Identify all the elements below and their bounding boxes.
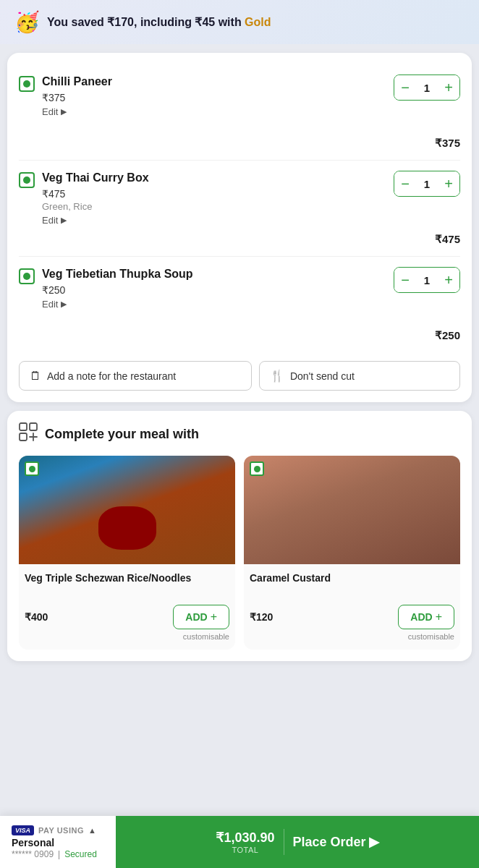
- cutlery-icon: 🍴: [270, 369, 284, 383]
- item-info-1: Chilli Paneer ₹375 Edit ▶: [42, 75, 388, 117]
- food-image-2: [244, 456, 460, 564]
- order-total-section: ₹1,030.90 TOTAL: [216, 830, 274, 854]
- complete-meal-card: Complete your meal with Veg Triple Schez…: [7, 411, 472, 661]
- savings-emoji: 🥳: [14, 10, 40, 34]
- order-divider: [284, 829, 284, 855]
- item-right-1: − 1 + ₹375: [394, 75, 460, 150]
- card-number: ****** 0909: [12, 849, 54, 859]
- customisable-label-2: customisable: [250, 632, 454, 641]
- item-info-2: Veg Thai Curry Box ₹475 Green, Rice Edit…: [42, 171, 388, 226]
- pay-section: VISA PAY USING ▲ Personal ****** 0909 | …: [0, 816, 116, 868]
- meal-item-2: Caramel Custard ₹120 ADD + customisable: [244, 456, 460, 650]
- meal-item-body-1: Veg Triple Schezwan Rice/Noodles ₹400 AD…: [19, 564, 235, 650]
- place-order-inner: ₹1,030.90 TOTAL Place Order ▶: [216, 829, 378, 855]
- item-right-3: − 1 + ₹250: [394, 267, 460, 342]
- item-name-3: Veg Tiebetian Thupka Soup: [42, 267, 388, 282]
- meal-item-price-2: ₹120: [250, 611, 273, 623]
- cart-item-3: Veg Tiebetian Thupka Soup ₹250 Edit ▶ − …: [19, 257, 460, 352]
- place-order-label: Place Order ▶: [293, 834, 379, 850]
- item-variant-2: Green, Rice: [42, 201, 388, 212]
- meal-veg-badge-2: [250, 461, 264, 476]
- item-price-2: ₹475: [42, 188, 388, 200]
- complete-meal-icon: [19, 422, 38, 446]
- card-separator: |: [58, 849, 60, 859]
- add-note-button[interactable]: 🗒 Add a note for the restaurant: [19, 361, 252, 391]
- item-name-1: Chilli Paneer: [42, 75, 388, 90]
- meal-item-price-1: ₹400: [25, 611, 48, 623]
- meal-item-img-1: [19, 456, 235, 564]
- item-right-2: − 1 + ₹475: [394, 171, 460, 246]
- cart-item-2: Veg Thai Curry Box ₹475 Green, Rice Edit…: [19, 161, 460, 257]
- cutlery-button[interactable]: 🍴 Don't send cut: [259, 361, 460, 391]
- item-total-2: ₹475: [435, 233, 460, 246]
- veg-icon-1: [19, 76, 35, 92]
- item-price-3: ₹250: [42, 284, 388, 296]
- gold-text: Gold: [245, 16, 271, 28]
- edit-arrow-2: ▶: [61, 216, 67, 225]
- qty-controls-2: − 1 +: [394, 171, 460, 197]
- meal-header: Complete your meal with: [19, 422, 460, 446]
- pay-card-detail: ****** 0909 | Secured: [12, 849, 104, 859]
- veg-icon-2: [19, 172, 35, 188]
- edit-arrow-1: ▶: [61, 107, 67, 116]
- savings-banner: 🥳 You saved ₹170, including ₹45 with Gol…: [0, 0, 479, 44]
- qty-decrease-1[interactable]: −: [394, 75, 416, 100]
- qty-increase-3[interactable]: +: [438, 268, 459, 292]
- edit-arrow-3: ▶: [61, 299, 67, 309]
- meal-item-body-2: Caramel Custard ₹120 ADD + customisable: [244, 564, 460, 650]
- item-total-1: ₹375: [435, 137, 460, 150]
- add-button-1[interactable]: ADD +: [173, 605, 229, 629]
- chevron-up-icon: ▲: [88, 826, 96, 835]
- qty-decrease-3[interactable]: −: [394, 268, 416, 292]
- item-edit-2[interactable]: Edit ▶: [42, 215, 388, 226]
- cutlery-label: Don't send cut: [290, 370, 355, 382]
- note-label: Add a note for the restaurant: [47, 370, 176, 382]
- meal-price-row-1: ₹400 ADD +: [25, 605, 229, 629]
- customisable-label-1: customisable: [25, 632, 229, 641]
- item-edit-3[interactable]: Edit ▶: [42, 299, 388, 310]
- action-row: 🗒 Add a note for the restaurant 🍴 Don't …: [19, 352, 460, 396]
- qty-num-3: 1: [416, 274, 438, 286]
- meal-item-name-1: Veg Triple Schezwan Rice/Noodles: [25, 571, 229, 597]
- meal-price-row-2: ₹120 ADD +: [250, 605, 454, 629]
- item-price-1: ₹375: [42, 92, 388, 103]
- qty-num-2: 1: [416, 178, 438, 190]
- order-total: ₹1,030.90: [216, 830, 274, 846]
- qty-increase-2[interactable]: +: [438, 171, 459, 196]
- meal-veg-badge-1: [25, 461, 39, 476]
- qty-num-1: 1: [416, 82, 438, 94]
- pay-using-row: VISA PAY USING ▲: [12, 825, 104, 835]
- pay-using-text: PAY USING: [38, 826, 84, 835]
- note-icon: 🗒: [30, 370, 41, 383]
- plus-icon-1: +: [211, 610, 217, 624]
- meal-item-img-2: [244, 456, 460, 564]
- bottom-bar: VISA PAY USING ▲ Personal ****** 0909 | …: [0, 816, 479, 868]
- meal-item-1: Veg Triple Schezwan Rice/Noodles ₹400 AD…: [19, 456, 235, 650]
- cart-item-1: Chilli Paneer ₹375 Edit ▶ − 1 + ₹375: [19, 64, 460, 161]
- meal-item-name-2: Caramel Custard: [250, 571, 454, 597]
- item-name-2: Veg Thai Curry Box: [42, 171, 388, 186]
- item-info-3: Veg Tiebetian Thupka Soup ₹250 Edit ▶: [42, 267, 388, 310]
- meal-items-row: Veg Triple Schezwan Rice/Noodles ₹400 AD…: [19, 456, 460, 650]
- svg-rect-0: [20, 423, 27, 430]
- savings-text: You saved ₹170, including ₹45 with Gold: [47, 15, 271, 29]
- qty-controls-3: − 1 +: [394, 267, 460, 293]
- qty-decrease-2[interactable]: −: [394, 171, 416, 196]
- plus-icon-2: +: [436, 610, 442, 624]
- secured-label: Secured: [64, 849, 97, 859]
- visa-badge: VISA: [12, 825, 34, 835]
- order-total-label: TOTAL: [216, 846, 274, 854]
- item-edit-1[interactable]: Edit ▶: [42, 106, 388, 117]
- svg-rect-2: [20, 433, 27, 441]
- add-button-2[interactable]: ADD +: [398, 605, 454, 629]
- item-total-3: ₹250: [435, 329, 460, 342]
- veg-icon-3: [19, 268, 35, 284]
- pay-card-name: Personal: [12, 837, 104, 848]
- qty-controls-1: − 1 +: [394, 75, 460, 101]
- svg-rect-1: [30, 423, 37, 430]
- cart-card: Chilli Paneer ₹375 Edit ▶ − 1 + ₹375 Veg…: [7, 53, 472, 402]
- place-order-arrow: ▶: [369, 834, 379, 850]
- qty-increase-1[interactable]: +: [438, 75, 459, 100]
- complete-meal-title: Complete your meal with: [45, 427, 199, 442]
- place-order-button[interactable]: ₹1,030.90 TOTAL Place Order ▶: [116, 816, 479, 868]
